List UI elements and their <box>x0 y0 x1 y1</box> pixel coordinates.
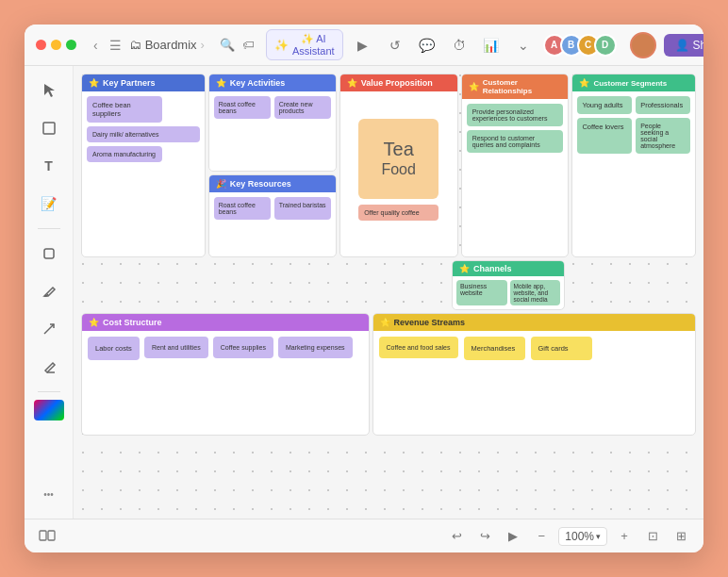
undo-button[interactable]: ↺ <box>383 33 407 58</box>
cost-header: ⭐ Cost Structure <box>82 314 369 331</box>
kp-note-1[interactable]: Coffee bean suppliers <box>87 96 162 123</box>
cost-note-4[interactable]: Marketing expenses <box>278 337 353 358</box>
cr-note-1[interactable]: Provide personalized experiences to cust… <box>467 104 564 126</box>
comment-button[interactable]: 💬 <box>415 33 439 58</box>
kr-note-1[interactable]: Roast coffee beans <box>214 197 271 220</box>
canvas-area[interactable]: ⭐ Key Partners Coffee bean suppliers Dai… <box>74 66 703 519</box>
ai-star-icon: ✨ <box>274 39 289 52</box>
vp-header: ⭐ Value Proposition <box>340 74 457 91</box>
sidebar-tool-connector[interactable] <box>32 312 66 346</box>
cost-note-1[interactable]: Labor costs <box>88 337 140 360</box>
vp-tea-food-note[interactable]: Tea Food <box>358 119 438 199</box>
more-button[interactable]: ⌄ <box>511 33 536 58</box>
breadcrumb-separator: › <box>201 38 205 52</box>
rev-title: Revenue Streams <box>394 318 466 327</box>
sidebar-bottom: ••• <box>32 477 66 511</box>
share-button[interactable]: 👤 Share <box>664 34 703 57</box>
spacer-left <box>81 260 449 310</box>
rev-note-3[interactable]: Gift cards <box>531 337 592 360</box>
zoom-level-display[interactable]: 100% ▾ <box>558 527 607 546</box>
maximize-button[interactable] <box>66 40 76 50</box>
kp-note-2[interactable]: Dairy milk/ alternatives <box>87 126 200 142</box>
ka-title: Key Activities <box>230 78 286 88</box>
ch-note-2[interactable]: Mobile app, website, and social media <box>510 280 561 305</box>
rev-header: ⭐ Revenue Streams <box>373 314 695 331</box>
tea-label: Tea <box>384 138 414 160</box>
sidebar-tool-eraser[interactable] <box>32 350 66 384</box>
minimize-button[interactable] <box>51 40 61 50</box>
title-bar: ‹ ☰ 🗂 Boardmix › 🔍 🏷 ✨ ✨ AI Assistant ▶ … <box>25 25 703 66</box>
svg-line-3 <box>44 324 54 334</box>
cr-note-2[interactable]: Respond to customer queries and complain… <box>467 130 564 153</box>
ch-icon: ⭐ <box>459 264 470 273</box>
traffic-lights <box>36 40 76 50</box>
grid-view-button[interactable]: ⊞ <box>670 525 692 548</box>
present-button[interactable]: ▶ <box>502 525 524 548</box>
svg-marker-0 <box>44 84 55 97</box>
undo-button[interactable]: ↩ <box>445 525 468 548</box>
cost-note-2[interactable]: Rent and utilities <box>144 337 208 358</box>
sidebar-tool-more[interactable]: ••• <box>32 477 66 511</box>
cost-icon: ⭐ <box>89 318 99 327</box>
section-revenue-streams: ⭐ Revenue Streams Coffee and food sales … <box>372 313 696 436</box>
avatar-4: D <box>594 34 617 57</box>
ch-note-1[interactable]: Business website <box>456 280 507 305</box>
menu-icon[interactable]: ☰ <box>109 38 122 53</box>
ch-title: Channels <box>473 264 512 273</box>
breadcrumb-icon: 🗂 <box>129 38 141 52</box>
kr-title: Key Resources <box>230 179 291 189</box>
bottom-left-tools <box>36 525 58 548</box>
zoom-chevron: ▾ <box>596 532 601 541</box>
close-button[interactable] <box>36 40 46 50</box>
collaborators: A B C D <box>543 34 617 57</box>
left-sidebar: T 📝 ••• <box>25 66 74 519</box>
kr-note-2[interactable]: Trained baristas <box>274 197 331 220</box>
toolbar-right: ▶ ↺ 💬 ⏱ 📊 ⌄ A B C D 👤 Share ? <box>351 32 703 58</box>
zoom-out-button[interactable]: − <box>530 525 553 548</box>
play-button[interactable]: ▶ <box>351 33 375 58</box>
section-value-proposition: ⭐ Value Proposition Tea Food Offer quali… <box>339 74 458 257</box>
sidebar-tool-sticky[interactable]: 📝 <box>32 187 66 221</box>
sidebar-divider-1 <box>38 228 60 229</box>
ka-header: ⭐ Key Activities <box>209 74 336 91</box>
vp-note-2[interactable]: Offer quality coffee <box>358 205 438 221</box>
kp-note-3[interactable]: Aroma manufacturing <box>87 146 162 162</box>
spacer-right <box>568 260 696 310</box>
cs-note-2[interactable]: Professionals <box>636 96 690 114</box>
cost-note-3[interactable]: Coffee supplies <box>213 337 273 358</box>
rev-note-2[interactable]: Merchandises <box>464 337 525 360</box>
pages-button[interactable] <box>36 525 58 548</box>
cs-header: ⭐ Customer Segments <box>572 74 695 91</box>
ka-note-1[interactable]: Roast coffee beans <box>214 96 271 119</box>
rev-note-1[interactable]: Coffee and food sales <box>379 337 458 358</box>
current-user-avatar[interactable] <box>630 32 656 58</box>
app-window: ‹ ☰ 🗂 Boardmix › 🔍 🏷 ✨ ✨ AI Assistant ▶ … <box>25 25 703 552</box>
sidebar-divider-2 <box>38 391 60 392</box>
redo-button[interactable]: ↪ <box>473 525 496 548</box>
chart-button[interactable]: 📊 <box>479 33 504 58</box>
sidebar-tool-shape[interactable] <box>32 237 66 271</box>
zoom-value: 100% <box>565 530 594 543</box>
cs-note-1[interactable]: Young adults <box>577 96 632 114</box>
search-icon[interactable]: 🔍 <box>220 38 235 52</box>
kp-title: Key Partners <box>103 78 156 88</box>
sidebar-tool-pen[interactable] <box>32 274 66 308</box>
main-area: T 📝 ••• <box>25 66 703 519</box>
cs-note-4[interactable]: People seeking a social atmosphere <box>636 118 690 154</box>
timer-button[interactable]: ⏱ <box>447 33 472 58</box>
zoom-in-button[interactable]: + <box>613 525 636 548</box>
tag-icon[interactable]: 🏷 <box>242 38 255 52</box>
back-button[interactable]: ‹ <box>90 36 102 55</box>
cr-title: Customer Relationships <box>483 78 562 95</box>
ka-note-2[interactable]: Create new products <box>274 96 331 119</box>
sidebar-tool-select[interactable] <box>32 74 66 107</box>
ai-assistant-button[interactable]: ✨ ✨ AI Assistant <box>266 29 343 60</box>
section-key-resources: 🎉 Key Resources Roast coffee beans Train… <box>208 174 337 257</box>
breadcrumb: 🗂 Boardmix › <box>129 38 205 52</box>
sidebar-tool-frame[interactable] <box>32 111 66 145</box>
fit-view-button[interactable]: ⊡ <box>641 525 664 548</box>
sidebar-tool-text[interactable]: T <box>32 149 66 183</box>
share-icon: 👤 <box>675 39 689 52</box>
color-palette[interactable] <box>34 400 64 420</box>
cs-note-3[interactable]: Coffee lovers <box>577 118 632 154</box>
